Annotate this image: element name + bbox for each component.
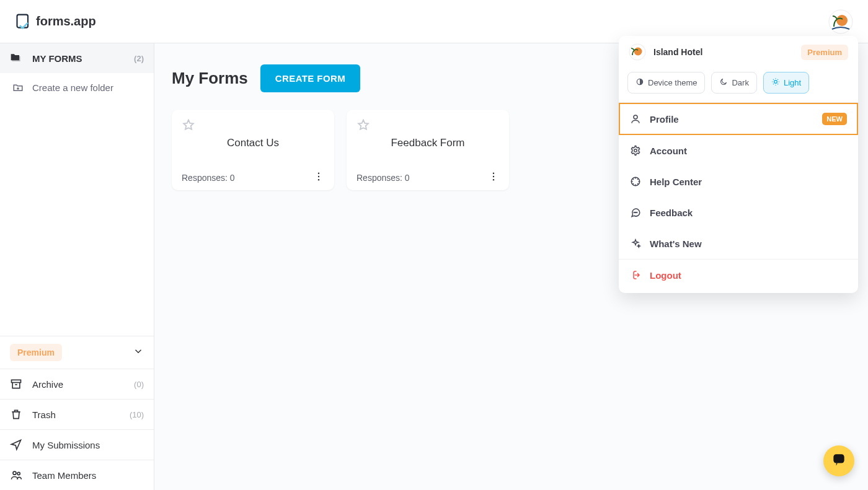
theme-label: Light bbox=[784, 78, 801, 87]
form-card-title: Contact Us bbox=[227, 137, 279, 149]
dropdown-item-help[interactable]: Help Center bbox=[619, 166, 858, 197]
svg-rect-0 bbox=[17, 14, 29, 27]
star-icon[interactable] bbox=[356, 118, 370, 134]
theme-device-button[interactable]: Device theme bbox=[627, 72, 705, 94]
dropdown-header: Island Hotel Premium bbox=[619, 36, 858, 68]
archive-icon bbox=[10, 378, 22, 390]
dropdown-item-label: Account bbox=[650, 146, 687, 156]
dropdown-item-account[interactable]: Account bbox=[619, 135, 858, 166]
form-card-title: Feedback Form bbox=[391, 137, 464, 149]
add-folder-icon bbox=[12, 82, 24, 93]
contrast-icon bbox=[636, 77, 644, 88]
chevron-down-icon bbox=[133, 346, 144, 359]
dropdown-item-logout[interactable]: Logout bbox=[619, 260, 858, 291]
svg-point-6 bbox=[318, 173, 319, 174]
create-form-button[interactable]: CREATE FORM bbox=[260, 64, 360, 92]
svg-point-19 bbox=[634, 212, 634, 213]
sidebar-premium-row[interactable]: Premium bbox=[0, 336, 154, 369]
sparkle-icon bbox=[630, 238, 641, 249]
trash-icon bbox=[10, 408, 22, 421]
svg-point-10 bbox=[493, 176, 494, 177]
avatar-small bbox=[629, 43, 646, 61]
dropdown-item-label: Profile bbox=[650, 114, 679, 125]
form-card-responses: Responses: 0 bbox=[182, 173, 235, 183]
dropdown-item-profile[interactable]: Profile NEW bbox=[619, 103, 858, 135]
svg-point-17 bbox=[634, 149, 637, 152]
svg-point-15 bbox=[774, 81, 777, 84]
premium-badge: Premium bbox=[801, 45, 848, 60]
paper-plane-icon bbox=[10, 439, 22, 451]
svg-point-20 bbox=[636, 212, 636, 213]
sidebar-item-trash[interactable]: Trash (10) bbox=[0, 400, 154, 430]
user-dropdown: Island Hotel Premium Device theme Dark L… bbox=[619, 36, 858, 293]
svg-point-5 bbox=[17, 472, 20, 475]
premium-badge: Premium bbox=[10, 344, 62, 361]
sidebar-item-label: Team Members bbox=[32, 470, 96, 481]
sidebar-item-label: Create a new folder bbox=[32, 82, 113, 93]
svg-point-4 bbox=[13, 471, 16, 475]
sidebar: MY FORMS (2) Create a new folder Premium bbox=[0, 43, 154, 490]
chat-icon bbox=[630, 207, 641, 218]
svg-point-13 bbox=[634, 48, 642, 56]
gear-icon bbox=[630, 145, 641, 156]
chat-fab[interactable] bbox=[823, 445, 854, 476]
sidebar-item-count: (2) bbox=[134, 54, 144, 63]
team-icon bbox=[10, 469, 22, 481]
svg-point-9 bbox=[493, 173, 494, 174]
dropdown-item-label: What's New bbox=[650, 238, 702, 249]
sidebar-item-label: Trash bbox=[32, 409, 56, 420]
new-badge: NEW bbox=[822, 113, 847, 125]
svg-point-8 bbox=[318, 179, 319, 180]
page-title: My Forms bbox=[172, 69, 248, 88]
sidebar-item-label: Archive bbox=[32, 379, 63, 390]
star-icon[interactable] bbox=[182, 118, 195, 134]
kebab-icon[interactable] bbox=[313, 171, 324, 184]
form-card[interactable]: Feedback Form Responses: 0 bbox=[347, 110, 509, 190]
profile-icon bbox=[630, 113, 641, 125]
dropdown-item-label: Feedback bbox=[650, 208, 693, 218]
svg-point-21 bbox=[637, 212, 637, 213]
theme-light-button[interactable]: Light bbox=[763, 72, 809, 94]
logout-icon bbox=[630, 269, 641, 281]
kebab-icon[interactable] bbox=[488, 171, 499, 184]
sidebar-item-label: My Submissions bbox=[32, 440, 100, 450]
sidebar-item-team-members[interactable]: Team Members bbox=[0, 460, 154, 490]
dropdown-item-label: Logout bbox=[650, 270, 681, 281]
sidebar-create-folder[interactable]: Create a new folder bbox=[0, 73, 154, 102]
form-card-responses: Responses: 0 bbox=[356, 173, 410, 183]
sidebar-item-archive[interactable]: Archive (0) bbox=[0, 369, 154, 400]
dropdown-username: Island Hotel bbox=[653, 47, 702, 57]
avatar[interactable] bbox=[828, 9, 853, 34]
forms-app-logo-icon bbox=[15, 13, 32, 30]
moon-icon bbox=[719, 77, 728, 88]
svg-point-7 bbox=[318, 176, 319, 177]
theme-switcher: Device theme Dark Light bbox=[619, 68, 858, 103]
sidebar-item-count: (0) bbox=[134, 380, 144, 389]
app-logo-text: forms.app bbox=[36, 14, 96, 28]
sidebar-item-label: MY FORMS bbox=[32, 53, 82, 64]
theme-label: Device theme bbox=[648, 78, 697, 87]
svg-point-11 bbox=[493, 179, 494, 180]
sidebar-item-count: (10) bbox=[130, 410, 144, 419]
theme-label: Dark bbox=[732, 78, 748, 87]
form-card[interactable]: Contact Us Responses: 0 bbox=[172, 110, 334, 190]
svg-point-2 bbox=[836, 15, 848, 26]
theme-dark-button[interactable]: Dark bbox=[711, 72, 756, 94]
svg-rect-22 bbox=[833, 454, 844, 463]
folders-icon bbox=[10, 52, 22, 64]
dropdown-item-feedback[interactable]: Feedback bbox=[619, 197, 858, 228]
dropdown-item-whatsnew[interactable]: What's New bbox=[619, 228, 858, 259]
sun-icon bbox=[771, 77, 780, 88]
svg-rect-3 bbox=[12, 380, 21, 382]
sidebar-item-my-forms[interactable]: MY FORMS (2) bbox=[0, 43, 154, 73]
sidebar-item-my-submissions[interactable]: My Submissions bbox=[0, 430, 154, 460]
dropdown-item-label: Help Center bbox=[650, 177, 702, 187]
svg-point-16 bbox=[634, 115, 637, 119]
app-logo[interactable]: forms.app bbox=[15, 13, 96, 30]
help-icon bbox=[630, 176, 641, 187]
chat-app-icon bbox=[831, 452, 847, 470]
